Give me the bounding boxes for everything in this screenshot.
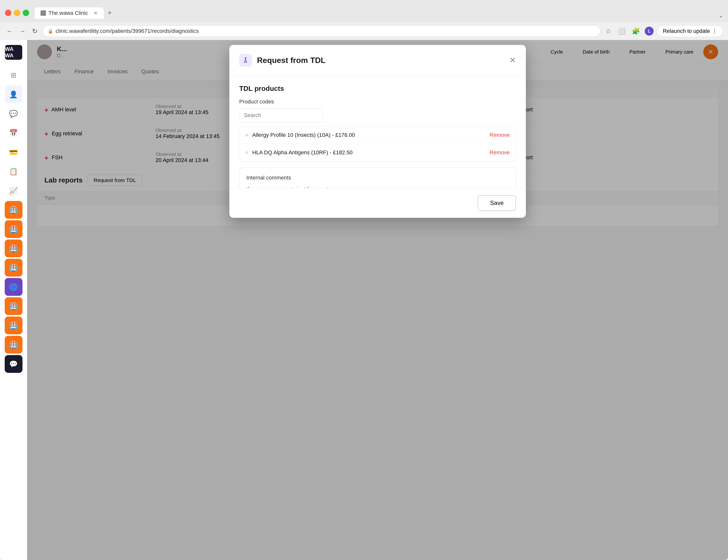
browser-titlebar: The wawa Clinic ✕ + ⌄ (0, 0, 728, 22)
tab-chevron-icon[interactable]: ⌄ (719, 12, 723, 19)
extensions-icon[interactable]: 🧩 (630, 26, 641, 37)
relaunch-button[interactable]: Relaunch to update ⋮ (657, 25, 723, 37)
profile-avatar[interactable]: L (645, 27, 654, 36)
browser-window: The wawa Clinic ✕ + ⌄ ← → ↻ 🔒 clinic.waw… (0, 0, 728, 560)
tab-title: The wawa Clinic (48, 10, 88, 16)
drag-icon-1: ≡ (245, 132, 248, 138)
sidebar-item-reports[interactable]: 📋 (5, 163, 22, 180)
sidebar-item-chat[interactable]: 💬 (5, 355, 22, 373)
reload-button[interactable]: ↻ (31, 26, 39, 37)
tab-close-btn[interactable]: ✕ (94, 10, 98, 16)
address-bar: ← → ↻ 🔒 clinic.wawafertility.com/patient… (0, 22, 728, 40)
search-input[interactable] (239, 108, 323, 122)
app-container: WA WA ⊞ 👤 💬 📅 💳 📋 📈 🏥 🏥 🏥 🏥 🌐 🏥 🏥 🏥 💬 (0, 40, 728, 560)
product-item-1: ≡ Allergy Profile 10 (Insects) (10A) - £… (239, 126, 516, 144)
drag-icon-2: ≡ (245, 150, 248, 156)
modal-footer: Save (229, 188, 526, 218)
sidebar-item-orange-5[interactable]: 🏥 (5, 297, 22, 315)
sidebar-item-globe[interactable]: 🌐 (5, 278, 22, 296)
product-name-2: HLA DQ Alpha Antigens (10RF) - £182.50 (252, 149, 486, 156)
sidebar-item-orange-1[interactable]: 🏥 (5, 201, 22, 219)
bookmark-icon[interactable]: ☆ (604, 26, 613, 37)
relaunch-menu-icon: ⋮ (712, 28, 717, 34)
traffic-lights (5, 10, 29, 16)
lock-icon: 🔒 (48, 28, 53, 34)
sidebar-item-orange-2[interactable]: 🏥 (5, 220, 22, 238)
request-tdl-modal: Request from TDL ✕ TDL products Product … (229, 45, 526, 218)
sidebar-item-messages[interactable]: 💬 (5, 105, 22, 123)
product-item-2: ≡ HLA DQ Alpha Antigens (10RF) - £182.50… (239, 144, 516, 161)
product-codes-section: Product codes ≡ Allergy Profile 10 (Inse… (239, 99, 516, 162)
sidebar-item-orange-3[interactable]: 🏥 (5, 240, 22, 257)
remove-product-2-button[interactable]: Remove (490, 149, 510, 156)
save-button[interactable]: Save (478, 195, 516, 211)
close-traffic-light[interactable] (5, 10, 11, 16)
sidebar-item-billing[interactable]: 💳 (5, 143, 22, 161)
relaunch-label: Relaunch to update (663, 28, 710, 34)
url-text: clinic.wawafertility.com/patients/399671… (56, 28, 595, 34)
browser-tab[interactable]: The wawa Clinic ✕ (35, 7, 104, 19)
modal-section-title: TDL products (239, 85, 516, 93)
modal-header: Request from TDL ✕ (229, 45, 526, 76)
product-codes-label: Product codes (239, 99, 516, 105)
product-name-1: Allergy Profile 10 (Insects) (10A) - £17… (252, 132, 486, 138)
tab-favicon (41, 10, 46, 16)
search-input-wrap (239, 108, 516, 122)
sidebar: WA WA ⊞ 👤 💬 📅 💳 📋 📈 🏥 🏥 🏥 🏥 🌐 🏥 🏥 🏥 💬 (0, 40, 27, 560)
modal-body: TDL products Product codes ≡ Allergy Pro… (229, 76, 526, 188)
new-tab-button[interactable]: + (106, 7, 114, 19)
maximize-traffic-light[interactable] (23, 10, 29, 16)
forward-button[interactable]: → (18, 26, 27, 37)
remove-product-1-button[interactable]: Remove (490, 132, 510, 138)
modal-close-button[interactable]: ✕ (509, 56, 516, 65)
modal-flask-icon (239, 54, 252, 67)
sidebar-item-orange-4[interactable]: 🏥 (5, 259, 22, 277)
sidebar-logo: WA WA (5, 45, 22, 60)
internal-comments-section: Internal comments these are comments jus… (239, 168, 516, 188)
modal-overlay: Request from TDL ✕ TDL products Product … (27, 40, 728, 560)
product-list: ≡ Allergy Profile 10 (Insects) (10A) - £… (239, 126, 516, 162)
modal-title: Request from TDL (257, 56, 504, 65)
comments-label: Internal comments (246, 175, 509, 181)
main-content: K... D... Cycle Date of birth Partner Pr… (27, 40, 728, 560)
sidebar-item-dashboard[interactable]: ⊞ (5, 66, 22, 84)
sidebar-item-calendar[interactable]: 📅 (5, 124, 22, 142)
comments-text[interactable]: these are comments just for your team (246, 185, 509, 188)
back-button[interactable]: ← (5, 26, 14, 37)
screen-icon[interactable]: ⬜ (616, 26, 627, 37)
tab-bar: The wawa Clinic ✕ + ⌄ (35, 7, 723, 19)
toolbar-icons: ☆ ⬜ 🧩 (604, 26, 641, 37)
minimize-traffic-light[interactable] (14, 10, 20, 16)
sidebar-item-orange-7[interactable]: 🏥 (5, 336, 22, 353)
sidebar-item-patients[interactable]: 👤 (5, 85, 22, 103)
sidebar-item-analytics[interactable]: 📈 (5, 182, 22, 200)
sidebar-item-orange-6[interactable]: 🏥 (5, 316, 22, 334)
url-bar[interactable]: 🔒 clinic.wawafertility.com/patients/3996… (43, 25, 600, 37)
